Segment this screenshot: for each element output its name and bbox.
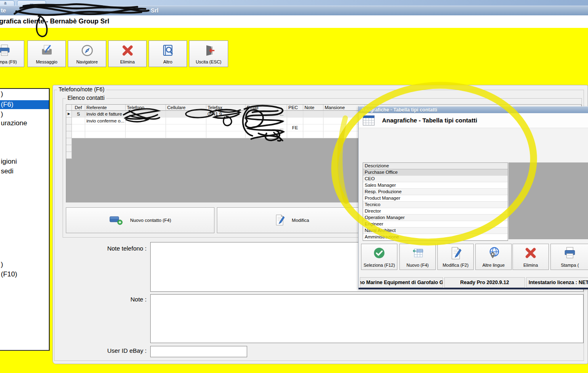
col-referente[interactable]: Referente — [85, 105, 126, 111]
mdi-titlebar: te Srl — [0, 6, 588, 15]
cell-telefax — [206, 118, 246, 124]
altro-button-label: Altro — [163, 59, 172, 65]
cell-cellulare — [166, 118, 206, 124]
cell-cellulare — [166, 131, 206, 138]
modifica-contatto-button[interactable]: Modifica — [217, 207, 365, 233]
col-telefono[interactable]: Telefono — [126, 105, 166, 111]
contact-type-row[interactable]: Naval Architect — [363, 228, 508, 234]
row-selector-column — [66, 138, 72, 159]
cell-note — [303, 118, 323, 124]
cell-telefax — [206, 131, 246, 138]
contact-type-row[interactable]: Product Manager — [363, 195, 508, 202]
list-header-descrizione[interactable]: Descrizione — [363, 163, 508, 169]
tipi-contatti-dialog: Anagrafiche - Tabella tipi contatti Anag… — [358, 106, 588, 289]
messaggio-button-label: Messaggio — [36, 59, 57, 65]
contact-type-row[interactable]: Amministrazione — [363, 234, 508, 240]
nuovo-tipo-button[interactable]: Nuovo (F4) — [399, 244, 436, 270]
cell-telefono-redacted — [126, 111, 166, 118]
sidebar-item-selected[interactable]: (F6) — [0, 100, 49, 109]
cell-note — [303, 124, 323, 131]
stampa-button[interactable]: Stampa (F9) — [0, 40, 24, 67]
col-telefax[interactable]: Telefax — [206, 105, 246, 111]
application-window: a ... te Srl Anagrafica cliente - Bernab… — [0, 0, 588, 373]
sidebar-item-5[interactable]: igioni — [1, 158, 17, 166]
contact-type-row[interactable]: Tecnico — [363, 202, 508, 208]
elimina-button[interactable]: Elimina — [108, 40, 147, 67]
contact-type-row[interactable]: Operation Manager — [363, 215, 508, 221]
list-empty-area — [508, 162, 588, 239]
groupbox-elenco-contatti-label: Elenco contatti — [66, 95, 106, 101]
dialog-titlebar: Anagrafiche - Tabella tipi contatti — [359, 106, 588, 113]
table-grid-icon — [363, 115, 375, 127]
cell-def — [72, 124, 85, 131]
seleziona-label: Seleziona (F12) — [363, 263, 395, 268]
statusbar-company: no Marine Equipment di Garofalo Ge — [360, 277, 443, 288]
cell-referente: invio ddt e fatture — [85, 111, 126, 118]
contact-type-row-selected[interactable]: Purchase Office — [363, 169, 508, 176]
cell-note — [303, 111, 323, 118]
col-pec[interactable]: PEC — [287, 105, 303, 111]
seleziona-button[interactable]: Seleziona (F12) — [361, 244, 397, 270]
uscita-button[interactable]: Uscita (ESC) — [189, 40, 228, 67]
cell-telefax-redacted: 0541 9 — [206, 111, 246, 118]
cell-telefax — [206, 124, 246, 131]
user-id-ebay-label: User ID eBay : — [73, 347, 147, 354]
note-telefono-label: Note telefono : — [73, 245, 147, 252]
dialog-title: Anagrafiche - Tabella tipi contatti — [382, 117, 477, 124]
cell-email — [246, 131, 287, 138]
cell-referente: invio conferme o... — [85, 118, 126, 124]
row-selector — [66, 131, 72, 138]
exit-door-icon — [202, 44, 216, 59]
col-cellulare[interactable]: Cellulare — [166, 105, 206, 111]
altro-button[interactable]: Altro — [149, 40, 187, 67]
navigatore-button[interactable]: Navigatore — [68, 40, 106, 67]
uscita-button-label: Uscita (ESC) — [196, 59, 222, 65]
contact-type-row[interactable]: Director — [363, 208, 508, 215]
cell-pec: FE — [287, 124, 303, 131]
col-def[interactable]: Def — [72, 105, 85, 111]
row-selector — [66, 118, 72, 124]
cell-email-redacted: ... — [246, 111, 287, 118]
user-id-ebay-input[interactable] — [150, 346, 247, 357]
mdi-title-fragment-right: Srl — [151, 7, 158, 14]
groupbox-telefono-note-label: Telefono/note (F6) — [57, 86, 106, 93]
tab-document-2[interactable]: ... — [17, 0, 46, 6]
check-circle-icon — [372, 246, 386, 261]
sidebar-item-3[interactable]: ) — [1, 110, 3, 118]
modifica-label: Modifica — [292, 218, 309, 223]
sidebar-item-4[interactable]: urazione — [1, 119, 27, 127]
messaggio-button[interactable]: Messaggio — [27, 40, 66, 67]
contact-type-row[interactable]: CEO — [363, 176, 508, 182]
edit-doc-icon — [449, 246, 462, 261]
contact-type-row[interactable]: Engineer — [363, 221, 508, 228]
nuovo-contatto-label: Nuovo contatto (F4) — [130, 218, 171, 223]
edit-doc-icon — [273, 213, 286, 227]
tab-document-1[interactable]: a — [0, 0, 15, 6]
sidebar-item-6[interactable]: sedi — [1, 167, 13, 175]
sidebar-item-8[interactable]: (F10) — [1, 270, 17, 278]
modifica-tipo-label: Modifica (F2) — [443, 263, 468, 268]
elimina-tipo-button[interactable]: Elimina — [512, 244, 549, 270]
cell-telefono — [126, 131, 166, 138]
altre-lingue-button[interactable]: Altre lingue — [475, 244, 512, 270]
col-note[interactable]: Note — [303, 105, 323, 111]
printer-icon — [563, 246, 577, 261]
cell-def: S — [72, 111, 85, 118]
contact-type-row[interactable]: Sales Manager — [363, 182, 508, 189]
dialog-header: Anagrafiche - Tabella tipi contatti — [359, 113, 588, 128]
nuovo-contatto-button[interactable]: Nuovo contatto (F4) — [66, 207, 214, 233]
book-search-icon — [161, 44, 175, 59]
note-textarea[interactable] — [150, 294, 584, 343]
sidebar-item-1[interactable]: ) — [1, 90, 3, 98]
delete-x-icon — [524, 246, 538, 261]
delete-x-icon — [121, 44, 134, 59]
sidebar-navigation: ) (F6) ) urazione igioni sedi ) (F10) — [0, 88, 50, 351]
stampa-tipo-button[interactable]: Stampa ( — [550, 244, 588, 270]
globe-pin-icon — [487, 246, 500, 261]
contact-type-row[interactable]: Resp. Produzione — [363, 189, 508, 195]
sidebar-item-7[interactable]: ) — [1, 261, 3, 269]
elimina-button-label: Elimina — [120, 59, 134, 65]
col-email[interactable]: Email — [246, 105, 287, 111]
modifica-tipo-button[interactable]: Modifica (F2) — [437, 244, 474, 270]
cell-cellulare — [166, 124, 206, 131]
